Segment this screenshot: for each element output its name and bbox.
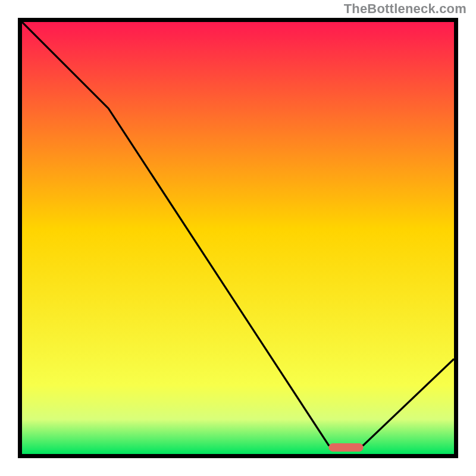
chart-container: TheBottleneck.com [0, 0, 476, 476]
chart-svg [22, 22, 454, 454]
chart-min-marker [328, 443, 363, 452]
chart-plot-frame [18, 18, 458, 458]
attribution-label: TheBottleneck.com [344, 1, 466, 17]
